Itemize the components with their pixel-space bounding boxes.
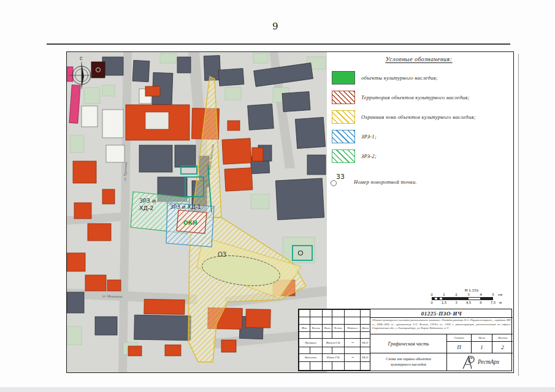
- sheet-title: Схема зон охраны объектов культурного на…: [370, 353, 446, 371]
- listov-value: 2: [492, 342, 513, 353]
- label-okn: ОКН: [183, 220, 197, 226]
- row-role: Проверил: [299, 339, 323, 347]
- legend-item-objects: объекты культурного наследия;: [332, 71, 511, 85]
- scale-m-ticks: 0 1,5 3 4,5 6 7,5 м: [426, 301, 518, 305]
- green-hatch-swatch: [332, 149, 355, 163]
- label-zrz-hd1: ЗРЗ и ХД-1: [170, 204, 201, 210]
- scale-bar: М 1:150 0 1 2 3 4 5 см 0: [426, 288, 518, 305]
- list-header: Лист: [471, 334, 492, 342]
- turn-point-number: 33: [336, 173, 345, 181]
- scale-cm-ticks: 0 1 2 3 4 5 см: [426, 293, 518, 297]
- red-hatch-swatch: [332, 91, 355, 104]
- row-name: Ильина С.В.: [323, 339, 345, 347]
- legend-item-territory: Территория объектов культурного наследия…: [332, 91, 511, 104]
- stage-header: Стадия: [446, 334, 471, 342]
- col-podpis: Подпись: [345, 325, 361, 332]
- signature: 〜: [345, 353, 361, 361]
- scale-bar-graphic: [432, 297, 493, 300]
- legend-item-zrz2: ЗРЗ-2;: [332, 149, 511, 163]
- listov-header: Листов: [492, 334, 513, 342]
- legend: Условные обозначения: объекты культурног…: [327, 53, 511, 186]
- legend-item-zrz1: ЗРЗ-1;: [332, 130, 511, 143]
- drawing-sheet: С ул. Тургенева ул. Карла Либкнехта ул. …: [66, 51, 514, 373]
- legend-item-protection-zone: Охранная зона объектов культурного насле…: [332, 110, 511, 124]
- stage-value: П: [446, 342, 471, 353]
- col-list: Лист: [323, 325, 332, 332]
- blue-hatch-swatch: [332, 130, 355, 143]
- yellow-hatch-swatch: [332, 110, 355, 124]
- row-name: Юшин Г.В.: [323, 353, 345, 361]
- label-oz: ОЗ: [218, 251, 226, 258]
- scanned-document-page: 9: [0, 0, 555, 392]
- page-number: 9: [272, 21, 278, 32]
- section-title: Графическая часть: [370, 334, 446, 353]
- green-solid-swatch: [332, 71, 355, 85]
- north-label: С: [80, 56, 83, 61]
- col-izm: Изм.: [299, 325, 310, 332]
- scan-edge-strip: [0, 387, 555, 392]
- document-number: 01225-ПЗО-ИЧ: [370, 309, 513, 318]
- row-date: 04.22: [361, 353, 370, 361]
- signature: 〜: [345, 339, 361, 347]
- row-date: 04.22: [361, 339, 370, 347]
- scale-title: М 1:150: [426, 288, 518, 292]
- company-logo: РестАрх: [446, 353, 513, 371]
- restarh-logo-icon: [461, 354, 477, 370]
- legend-item-turn-point: 33 Номер поворотной точки.: [331, 173, 511, 186]
- col-ndok: № док.: [332, 325, 345, 332]
- list-value: 1: [471, 342, 492, 353]
- scan-artifact-line: [518, 54, 519, 376]
- row-role: Выполнил: [299, 353, 323, 361]
- street-malysheva: ул. Малышева: [102, 294, 123, 298]
- col-koluch: Кол.уч.: [310, 325, 323, 332]
- label-zrz-hd2-1: ЗРЗ и: [139, 197, 156, 204]
- header-rule: [47, 43, 510, 45]
- courtyard: [145, 112, 169, 129]
- title-block-signature-grid: Изм. Кол.уч. Лист № док. Подпись Дата Пр…: [299, 309, 370, 371]
- label-zrz-hd2-2: ХД-2: [139, 205, 153, 211]
- title-block: Изм. Кол.уч. Лист № док. Подпись Дата Пр…: [298, 309, 512, 371]
- turn-point-circle-icon: [331, 180, 337, 186]
- turn-point-symbol: 33: [331, 173, 346, 186]
- legend-title: Условные обозначения:: [327, 56, 511, 62]
- logo-text: РестАрх: [478, 359, 499, 365]
- col-data: Дата: [361, 325, 370, 332]
- object-description: Объект культурного наследия региональног…: [370, 318, 513, 334]
- city-plan-map: С ул. Тургенева ул. Карла Либкнехта ул. …: [67, 52, 327, 372]
